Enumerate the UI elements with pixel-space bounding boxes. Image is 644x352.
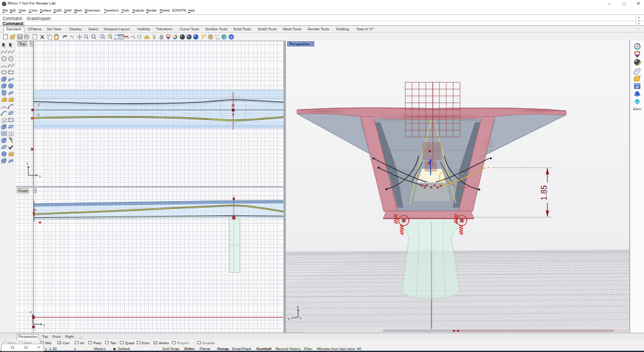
- svg-text:z: z: [30, 310, 32, 314]
- svg-text:⌘: ⌘: [636, 85, 639, 89]
- svg-text:z: z: [297, 305, 299, 309]
- svg-text:y: y: [288, 317, 290, 320]
- svg-text:x: x: [43, 323, 45, 327]
- svg-text:1.85: 1.85: [540, 185, 549, 200]
- svg-text:x: x: [39, 174, 41, 178]
- svg-text:Elem: Elem: [633, 107, 641, 111]
- svg-text:y: y: [26, 161, 28, 165]
- svg-text:?: ?: [230, 35, 232, 39]
- svg-text:x: x: [299, 316, 301, 320]
